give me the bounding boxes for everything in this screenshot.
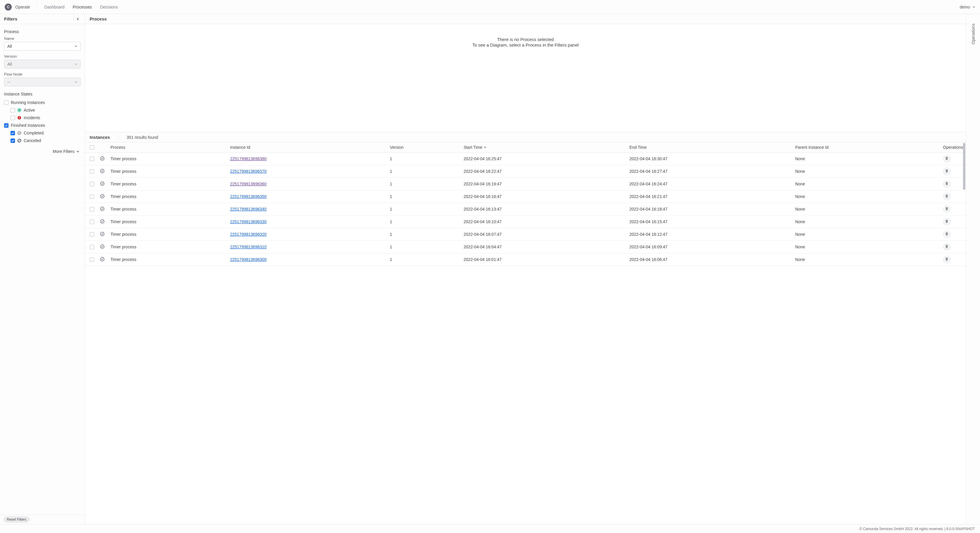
col-version[interactable]: Version [387, 142, 461, 152]
incidents-checkbox-row[interactable]: Incidents [4, 114, 81, 122]
row-instance-id-link[interactable]: 2251799813696370 [230, 169, 267, 174]
row-status [97, 216, 108, 228]
row-instance-id-link[interactable]: 2251799813696380 [230, 156, 267, 161]
brand-name: Operate [15, 5, 30, 10]
table-row: Timer process225179981369631012022-04-04… [85, 241, 966, 253]
operations-rail[interactable]: Operations [966, 14, 980, 524]
delete-instance-button[interactable] [943, 230, 951, 238]
row-end-time: 2022-04-04 16:27:47 [627, 165, 792, 178]
nav-decisions[interactable]: Decisions [100, 5, 118, 10]
row-end-time: 2022-04-04 16:24:47 [627, 178, 792, 190]
instance-states-section: Instance States Running Instances Active… [4, 92, 81, 144]
brand[interactable]: C Operate [5, 3, 38, 11]
sort-desc-icon [484, 146, 487, 149]
name-select[interactable]: All [4, 42, 81, 51]
row-checkbox[interactable] [90, 182, 94, 186]
footer: © Camunda Services GmbH 2022. All rights… [0, 524, 980, 533]
row-instance-id-link[interactable]: 2251799813696300 [230, 257, 267, 262]
col-parent[interactable]: Parent Instance Id [792, 142, 940, 152]
chevron-down-icon [75, 45, 77, 48]
row-checkbox[interactable] [90, 257, 94, 262]
row-instance-id-link[interactable]: 2251799813696340 [230, 207, 267, 211]
row-status [97, 203, 108, 216]
delete-instance-button[interactable] [943, 155, 951, 163]
row-checkbox[interactable] [90, 169, 94, 174]
completed-checkbox[interactable] [11, 131, 15, 135]
nav-processes[interactable]: Processes [73, 5, 92, 10]
row-instance-id-link[interactable]: 2251799813696310 [230, 244, 267, 249]
row-parent: None [792, 253, 940, 266]
col-instance-id[interactable]: Instance Id [227, 142, 387, 152]
select-all-checkbox[interactable] [90, 145, 94, 150]
collapse-filters-button[interactable] [73, 14, 81, 24]
row-process: Timer process [108, 241, 227, 253]
trash-icon [945, 194, 949, 199]
delete-instance-button[interactable] [943, 180, 951, 188]
row-checkbox[interactable] [90, 220, 94, 224]
canceled-checkbox[interactable] [11, 138, 15, 143]
trash-icon [945, 207, 949, 211]
delete-instance-button[interactable] [943, 255, 951, 263]
row-instance-id-link[interactable]: 2251799813696360 [230, 182, 267, 186]
delete-instance-button[interactable] [943, 193, 951, 200]
reset-filters-button[interactable]: Reset Filters [3, 517, 30, 522]
nav-dashboard[interactable]: Dashboard [45, 5, 65, 10]
row-process: Timer process [108, 165, 227, 178]
scrollbar-thumb[interactable] [963, 143, 965, 190]
svg-line-8 [19, 140, 21, 142]
active-checkbox-row[interactable]: Active [4, 106, 81, 114]
brand-logo-icon: C [5, 3, 12, 11]
row-status [97, 165, 108, 178]
row-status [97, 178, 108, 190]
finished-instances-checkbox-row[interactable]: Finished Instances [4, 122, 81, 129]
completed-checkbox-row[interactable]: Completed [4, 129, 81, 137]
row-instance-id-link[interactable]: 2251799813696330 [230, 219, 267, 224]
row-status [97, 190, 108, 203]
version-select[interactable]: All [4, 60, 81, 68]
top-nav: Dashboard Processes Decisions [45, 5, 118, 10]
table-row: Timer process225179981369634012022-04-04… [85, 203, 966, 216]
trash-icon [945, 219, 949, 224]
active-checkbox[interactable] [11, 108, 15, 113]
row-parent: None [792, 178, 940, 190]
row-parent: None [792, 190, 940, 203]
row-version: 1 [387, 203, 461, 216]
incidents-status-icon [17, 116, 21, 120]
row-version: 1 [387, 228, 461, 241]
trash-icon [945, 182, 949, 186]
delete-instance-button[interactable] [943, 243, 951, 251]
header-left: C Operate Dashboard Processes Decisions [5, 3, 118, 11]
row-checkbox[interactable] [90, 207, 94, 211]
chevron-down-icon [76, 150, 80, 153]
collapse-left-icon [77, 17, 80, 21]
col-start-time[interactable]: Start Time [461, 142, 627, 152]
row-checkbox[interactable] [90, 157, 94, 161]
row-instance-id-link[interactable]: 2251799813696320 [230, 232, 267, 236]
delete-instance-button[interactable] [943, 218, 951, 225]
row-end-time: 2022-04-04 16:12:47 [627, 228, 792, 241]
row-checkbox[interactable] [90, 232, 94, 236]
row-instance-id-link[interactable]: 2251799813696350 [230, 194, 267, 199]
col-process[interactable]: Process [108, 142, 227, 152]
delete-instance-button[interactable] [943, 168, 951, 175]
empty-process-line1: There is no Process selected [497, 37, 554, 42]
user-name: demo [960, 5, 970, 10]
row-checkbox[interactable] [90, 194, 94, 199]
row-end-time: 2022-04-04 16:09:47 [627, 241, 792, 253]
running-instances-checkbox-row[interactable]: Running Instances [4, 99, 81, 106]
empty-process-line2: To see a Diagram, select a Process in th… [473, 43, 579, 48]
canceled-checkbox-row[interactable]: Canceled [4, 137, 81, 144]
incidents-checkbox[interactable] [11, 116, 15, 120]
running-checkbox[interactable] [4, 100, 8, 105]
user-menu[interactable]: demo [960, 5, 975, 10]
delete-instance-button[interactable] [943, 205, 951, 213]
finished-checkbox[interactable] [4, 123, 8, 128]
row-checkbox[interactable] [90, 245, 94, 249]
col-select-all[interactable] [85, 142, 97, 152]
col-end-time[interactable]: End Time [627, 142, 792, 152]
app-header: C Operate Dashboard Processes Decisions … [0, 0, 980, 14]
instances-table-wrap[interactable]: Process Instance Id Version Start Time E… [85, 142, 966, 524]
flownode-select[interactable]: -- [4, 78, 81, 86]
more-filters-button[interactable]: More Filters [4, 149, 81, 154]
active-status-icon [17, 108, 21, 112]
